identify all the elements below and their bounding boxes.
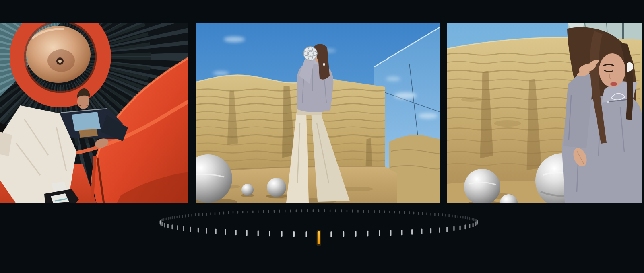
desert-portrait-illustration xyxy=(447,23,642,203)
red-spiral-illustration xyxy=(0,23,188,203)
camera-focal-length-showcase: 15mm 24mm 28mm xyxy=(0,0,644,273)
copper-cone xyxy=(26,26,91,83)
dial-back-ticks xyxy=(160,209,478,223)
photo-wide-desert-full-body xyxy=(196,23,440,203)
photo-ultrawide-red-spiral xyxy=(0,23,188,203)
focal-length-dial[interactable]: 15mm 24mm 28mm xyxy=(0,201,644,261)
photo-desert-close-portrait xyxy=(447,23,642,203)
dial-tick-ring xyxy=(0,201,644,261)
desert-full-body-illustration xyxy=(196,23,440,203)
dial-selected-tick xyxy=(317,230,321,246)
lattice-ball xyxy=(303,47,317,60)
